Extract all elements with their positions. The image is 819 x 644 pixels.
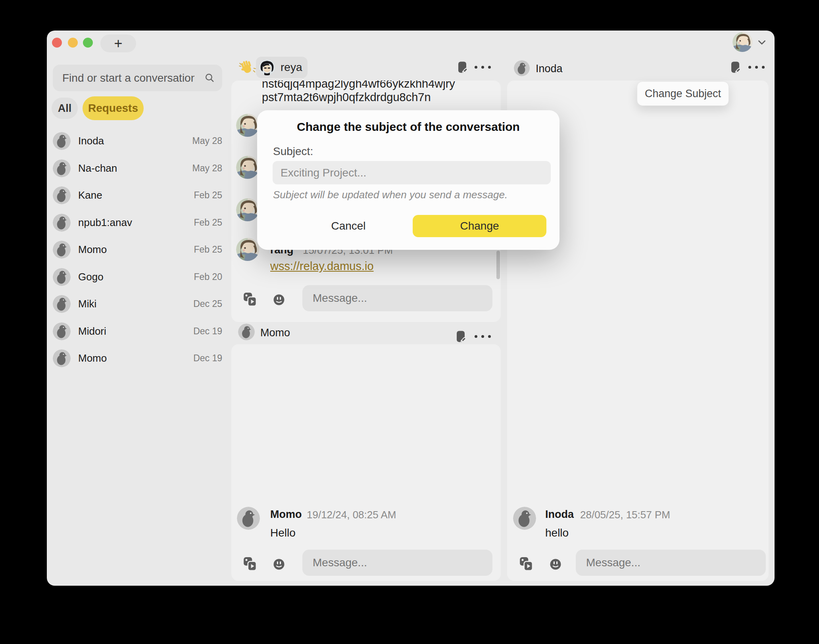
message-timestamp: 19/12/24, 08:25 AM [307, 509, 396, 521]
relay-link[interactable]: wss://relay.damus.io [270, 260, 374, 273]
message-timestamp: 28/05/25, 15:57 PM [580, 509, 670, 521]
default-bird-avatar [53, 159, 71, 177]
conversation-name: Momo [78, 352, 193, 364]
npub-text-line2: pst7mta2t6wpjh0qfzkdrdgu8ch7n [262, 91, 431, 104]
change-subject-dialog: Change the subject of the conversation S… [257, 110, 559, 250]
default-bird-avatar [53, 295, 71, 313]
conversation-list-item[interactable]: Na-chan May 28 [53, 155, 222, 182]
conversation-date: Feb 25 [194, 244, 222, 255]
conversation-name: Midori [78, 325, 193, 337]
message-avatar [236, 238, 259, 261]
emoji-picker-icon[interactable] [273, 293, 285, 306]
conversation-name: Kane [78, 189, 194, 201]
message-text: hello [545, 527, 569, 539]
conversation-list-item[interactable]: Midori Dec 19 [53, 318, 222, 345]
conversation-list-item[interactable]: Momo Feb 25 [53, 236, 222, 263]
npub-text-line1: nst6qjq4mpag2lygh4wf66ykzkhh4wjry [262, 80, 455, 90]
filter-requests-button[interactable]: Requests [83, 96, 144, 120]
conversation-date: Feb 20 [194, 272, 222, 282]
conversation-list-item[interactable]: Kane Feb 25 [53, 182, 222, 209]
message-input[interactable] [576, 550, 766, 576]
conversation-date: Dec 19 [193, 353, 222, 364]
emoji-picker-icon[interactable] [273, 558, 285, 571]
close-window-button[interactable] [52, 38, 62, 48]
more-options-icon[interactable] [748, 66, 765, 69]
default-bird-avatar [238, 324, 255, 340]
message-input[interactable] [302, 550, 492, 576]
new-conversation-button[interactable]: + [100, 34, 136, 52]
chat-header-name: Inoda [536, 63, 563, 75]
default-bird-avatar [53, 349, 71, 367]
chat-panel-momo: Momo 19/12/24, 08:25 AM Hello [231, 344, 501, 581]
conversation-list-item[interactable]: Miki Dec 25 [53, 290, 222, 317]
search-icon [204, 73, 215, 83]
conversation-list-item[interactable]: Momo Dec 19 [53, 345, 222, 372]
change-button[interactable]: Change [413, 215, 546, 237]
message-avatar [236, 114, 259, 137]
chevron-down-icon[interactable] [757, 37, 767, 48]
conversation-name: Na-chan [78, 162, 192, 174]
reya-avatar [259, 59, 275, 75]
message-author: Momo [270, 508, 302, 521]
message-avatar [513, 507, 536, 530]
conversation-date: May 28 [192, 136, 222, 146]
conversation-list-item[interactable]: Inoda May 28 [53, 127, 222, 154]
message-avatar [236, 156, 259, 179]
media-picker-icon[interactable] [242, 292, 258, 307]
dialog-title: Change the subject of the conversation [257, 120, 559, 134]
edit-note-icon[interactable] [456, 61, 469, 74]
conversation-name: npub1:anav [78, 217, 194, 229]
conversation-name: Momo [78, 243, 194, 256]
conversation-name: Gogo [78, 271, 194, 283]
tooltip-label: Change Subject [645, 88, 721, 100]
more-options-icon[interactable] [475, 66, 491, 69]
default-bird-avatar [53, 322, 71, 340]
edit-note-icon[interactable] [454, 330, 467, 343]
message-text: Hello [270, 527, 296, 539]
message-input[interactable] [302, 285, 492, 311]
conversation-date: Feb 25 [194, 217, 222, 228]
conversation-list-item[interactable]: Gogo Feb 20 [53, 263, 222, 290]
more-options-icon[interactable] [475, 335, 491, 338]
conversation-list-item[interactable]: npub1:anav Feb 25 [53, 209, 222, 236]
scrollbar-thumb[interactable] [496, 251, 500, 279]
default-bird-avatar [53, 268, 71, 286]
account-avatar[interactable] [732, 32, 752, 52]
peer-chip-reya[interactable]: reya [256, 57, 308, 78]
default-bird-avatar [53, 186, 71, 204]
media-picker-icon[interactable] [242, 556, 258, 571]
peer-name: reya [281, 61, 302, 74]
zoom-window-button[interactable] [83, 38, 93, 48]
conversation-date: Feb 25 [194, 190, 222, 201]
change-subject-tooltip: Change Subject [637, 81, 729, 106]
filter-all-button[interactable]: All [52, 98, 78, 119]
search-input[interactable] [53, 65, 222, 91]
message-avatar [237, 507, 260, 530]
wave-icon [238, 59, 256, 77]
default-bird-avatar [514, 60, 530, 76]
conversation-date: Dec 19 [193, 326, 222, 337]
minimize-window-button[interactable] [68, 38, 78, 48]
conversation-date: Dec 25 [193, 299, 222, 309]
subject-hint: Subject will be updated when you send a … [273, 189, 508, 201]
app-window: + All Requests Inoda May 28 Na-chan May … [47, 31, 775, 586]
search-bar [53, 65, 222, 91]
message-author: Inoda [545, 508, 574, 521]
media-picker-icon[interactable] [519, 556, 534, 571]
cancel-button[interactable]: Cancel [313, 215, 384, 237]
subject-label: Subject: [273, 145, 313, 158]
default-bird-avatar [53, 132, 71, 150]
conversation-name: Miki [78, 298, 193, 310]
conversation-date: May 28 [192, 163, 222, 174]
default-bird-avatar [53, 214, 71, 232]
plus-icon: + [114, 36, 122, 51]
subject-input[interactable] [273, 161, 551, 184]
chat-header-name: Momo [260, 327, 290, 339]
message-avatar [236, 198, 259, 221]
emoji-picker-icon[interactable] [549, 558, 562, 571]
conversation-name: Inoda [78, 135, 192, 147]
default-bird-avatar [53, 241, 71, 259]
edit-note-icon[interactable] [729, 61, 742, 74]
